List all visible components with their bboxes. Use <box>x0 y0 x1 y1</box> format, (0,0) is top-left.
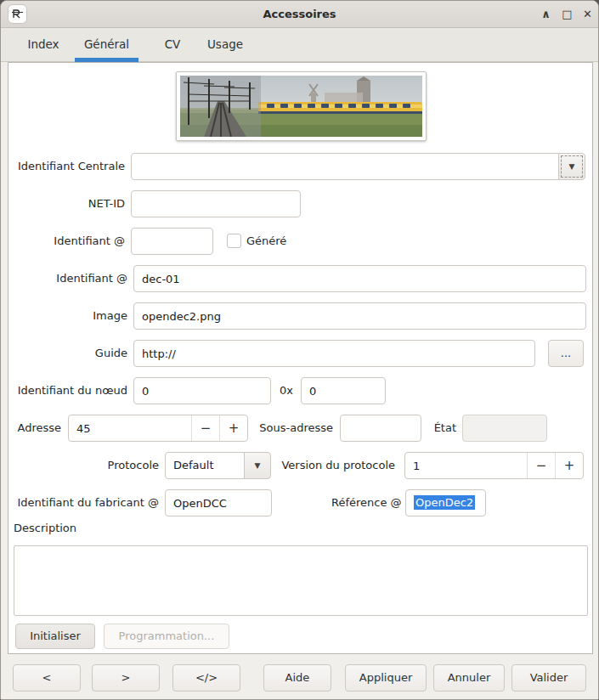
id-full-field[interactable] <box>133 265 586 292</box>
general-tab-page: Identifiant Centrale ▼ NET-ID Identifian… <box>8 62 593 654</box>
state-field <box>462 415 547 442</box>
description-textarea[interactable] <box>14 545 588 616</box>
protocol-version-plus-icon[interactable]: + <box>555 453 583 478</box>
subaddress-label: Sous-adresse <box>250 415 333 442</box>
image-field[interactable] <box>133 302 586 330</box>
protocol-combobox[interactable]: Default <box>165 452 245 479</box>
initialize-button[interactable]: Initialiser <box>15 624 95 649</box>
node-id-field[interactable] <box>133 377 271 404</box>
apply-button[interactable]: Appliquer <box>345 664 427 692</box>
id-short-field[interactable] <box>131 228 213 255</box>
tab-usage[interactable]: Usage <box>202 28 248 62</box>
address-spinner: − + <box>68 415 248 442</box>
protocol-version-field[interactable] <box>405 453 527 478</box>
net-id-label: NET-ID <box>14 190 125 217</box>
minimize-icon[interactable]: ∧ <box>537 5 555 24</box>
protocol-label: Protocole <box>93 452 159 479</box>
central-id-dropdown-icon[interactable]: ▼ <box>558 153 585 180</box>
prev-button[interactable]: < <box>13 664 81 692</box>
protocol-version-spinner: − + <box>404 452 584 479</box>
selected-text: OpenDec2 <box>414 495 475 510</box>
protocol-dropdown-icon[interactable]: ▼ <box>244 452 271 479</box>
state-label: État <box>429 415 456 442</box>
address-minus-icon[interactable]: − <box>191 415 219 441</box>
tab-index[interactable]: Index <box>20 28 67 62</box>
protocol-version-minus-icon[interactable]: − <box>527 453 555 478</box>
id-full-label: Identifiant @ <box>14 265 127 292</box>
address-plus-icon[interactable]: + <box>219 415 247 441</box>
image-label: Image <box>14 302 127 330</box>
protocol-version-label: Version du protocole <box>280 452 395 479</box>
node-id-label: Identifiant du nœud <box>14 377 127 404</box>
maximize-icon[interactable]: □ <box>558 5 576 24</box>
xml-button[interactable]: </> <box>172 664 240 692</box>
address-field[interactable] <box>69 415 191 441</box>
window-title: Accessoires <box>1 1 598 28</box>
subaddress-field[interactable] <box>340 415 421 442</box>
central-id-combobox[interactable] <box>131 153 559 180</box>
id-short-label: Identifiant @ <box>14 228 125 255</box>
close-icon[interactable]: ✕ <box>579 5 596 24</box>
guide-label: Guide <box>14 340 127 367</box>
reference-field[interactable]: OpenDec2 <box>405 489 486 517</box>
guide-field[interactable] <box>133 340 535 367</box>
accessory-dialog: Accessoires ∧ □ ✕ Index Général CV Usage <box>0 0 599 700</box>
help-button[interactable]: Aide <box>263 664 331 692</box>
titlebar[interactable]: Accessoires ∧ □ ✕ <box>1 1 598 28</box>
node-id-hex-label: 0x <box>280 377 300 404</box>
reference-label: Référence @ <box>331 489 398 517</box>
manufacturer-field[interactable] <box>165 489 272 517</box>
tab-bar: Index Général CV Usage <box>1 28 598 62</box>
tab-cv[interactable]: CV <box>152 28 193 62</box>
guide-browse-button[interactable]: ... <box>548 340 584 367</box>
ok-button[interactable]: Valider <box>511 664 586 692</box>
programming-button: Programmation... <box>104 624 229 649</box>
central-id-label: Identifiant Centrale <box>14 153 125 180</box>
generated-checkbox[interactable] <box>227 234 241 248</box>
manufacturer-label: Identifiant du fabricant @ <box>14 489 159 517</box>
accessory-image[interactable] <box>176 71 427 141</box>
next-button[interactable]: > <box>92 664 160 692</box>
net-id-field[interactable] <box>131 190 301 217</box>
node-id-hex-field[interactable] <box>301 377 386 404</box>
dialog-button-bar: < > </> Aide Appliquer Annuler Valider <box>1 654 598 700</box>
tab-general[interactable]: Général <box>75 28 138 62</box>
generated-label: Généré <box>246 228 306 255</box>
description-label: Description <box>14 515 116 542</box>
cancel-button[interactable]: Annuler <box>433 664 505 692</box>
address-label: Adresse <box>14 415 61 442</box>
